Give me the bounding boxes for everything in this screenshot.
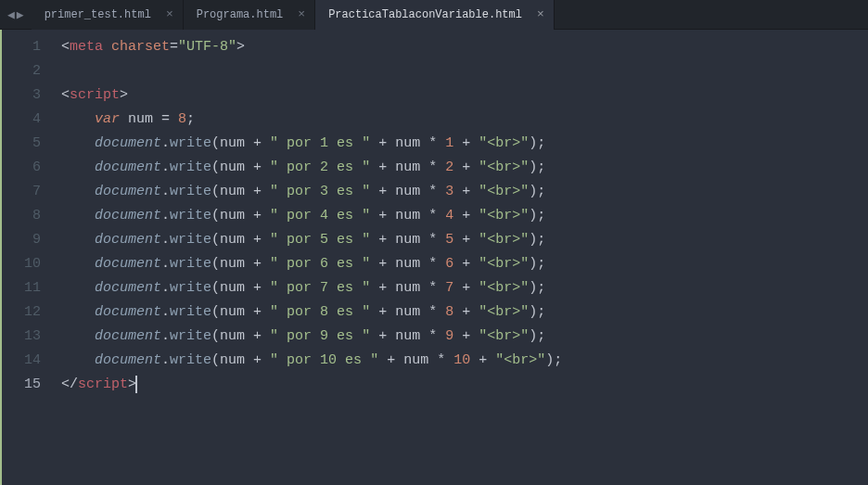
tab-nav-arrows: ◀ ▶ bbox=[0, 7, 32, 22]
line-number: 1 bbox=[2, 35, 41, 59]
code-line: document.write(num + " por 5 es " + num … bbox=[61, 228, 868, 252]
tab-primer-test[interactable]: primer_test.html × bbox=[32, 0, 184, 30]
close-icon[interactable]: × bbox=[537, 7, 544, 21]
code-line: document.write(num + " por 10 es " + num… bbox=[61, 349, 868, 373]
line-number: 9 bbox=[2, 228, 41, 252]
code-line: document.write(num + " por 3 es " + num … bbox=[61, 180, 868, 204]
code-line: document.write(num + " por 6 es " + num … bbox=[61, 252, 868, 276]
line-number: 2 bbox=[2, 59, 41, 83]
line-number: 13 bbox=[2, 325, 41, 349]
code-line: document.write(num + " por 9 es " + num … bbox=[61, 325, 868, 349]
line-number: 3 bbox=[2, 83, 41, 108]
line-number: 11 bbox=[2, 276, 41, 300]
tab-label: Programa.html bbox=[197, 8, 284, 21]
code-line: var num = 8; bbox=[61, 108, 868, 132]
code-line: document.write(num + " por 8 es " + num … bbox=[61, 300, 868, 325]
line-number: 4 bbox=[2, 108, 41, 132]
code-line: <meta charset="UTF-8"> bbox=[61, 35, 868, 59]
code-line: document.write(num + " por 2 es " + num … bbox=[61, 156, 868, 180]
code-line bbox=[61, 59, 868, 83]
line-number: 7 bbox=[2, 180, 41, 204]
code-line: <script> bbox=[61, 83, 868, 108]
close-icon[interactable]: × bbox=[298, 7, 305, 21]
nav-forward-icon[interactable]: ▶ bbox=[17, 7, 24, 22]
line-number: 8 bbox=[2, 204, 41, 228]
code-line: document.write(num + " por 7 es " + num … bbox=[61, 276, 868, 300]
line-number: 10 bbox=[2, 252, 41, 276]
code-line: </script> bbox=[61, 373, 868, 397]
close-icon[interactable]: × bbox=[166, 7, 173, 21]
line-number: 14 bbox=[2, 349, 41, 373]
line-number-gutter: 123456789101112131415 bbox=[0, 30, 52, 485]
tab-bar: ◀ ▶ primer_test.html × Programa.html × P… bbox=[0, 0, 868, 30]
line-number: 6 bbox=[2, 156, 41, 180]
tab-programa[interactable]: Programa.html × bbox=[184, 0, 315, 30]
code-line: document.write(num + " por 1 es " + num … bbox=[61, 132, 868, 156]
line-number: 12 bbox=[2, 300, 41, 325]
code-line: document.write(num + " por 4 es " + num … bbox=[61, 204, 868, 228]
tab-label: primer_test.html bbox=[45, 8, 151, 21]
line-number: 15 bbox=[2, 373, 41, 397]
code-editor[interactable]: <meta charset="UTF-8"> <script> var num … bbox=[52, 30, 868, 485]
line-number: 5 bbox=[2, 132, 41, 156]
nav-back-icon[interactable]: ◀ bbox=[7, 7, 15, 22]
text-cursor bbox=[135, 376, 137, 393]
editor-area: 123456789101112131415 <meta charset="UTF… bbox=[0, 30, 868, 485]
tab-practica-tabla[interactable]: PracticaTablaconVariable.html × bbox=[315, 0, 555, 30]
tab-label: PracticaTablaconVariable.html bbox=[328, 8, 522, 21]
